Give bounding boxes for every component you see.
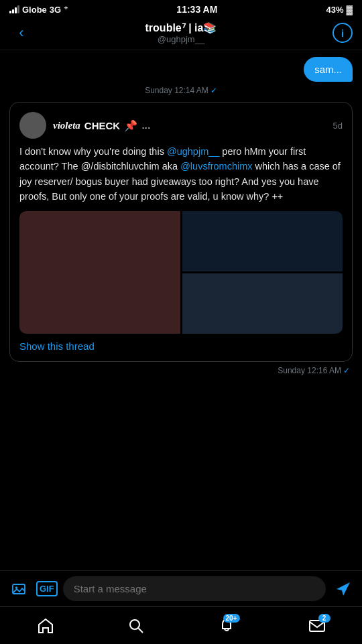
send-button[interactable] (331, 577, 355, 601)
sent-message-row: sam... (9, 57, 353, 82)
mail-badge: 2 (318, 614, 330, 623)
nav-home[interactable] (31, 611, 60, 641)
input-bar: GIF (0, 570, 362, 606)
svg-point-2 (130, 620, 139, 629)
search-icon (127, 617, 145, 635)
timestamp-2: Sunday 12:16 AM✓ (9, 366, 353, 375)
wifi-icon: ⁺ (64, 5, 68, 14)
tweet-images-grid (19, 211, 343, 334)
nav-search[interactable] (121, 611, 151, 641)
send-icon (335, 581, 351, 597)
notif-badge: 20+ (223, 614, 240, 623)
tweet-age: 5d (333, 121, 343, 131)
show-thread-link[interactable]: Show this thread (19, 340, 343, 352)
gif-label: GIF (40, 584, 54, 594)
status-time: 11:33 AM (176, 4, 217, 15)
chat-handle: @ughpjm__ (34, 34, 328, 44)
network-label: 3G (50, 5, 61, 15)
tweet-avatar (19, 112, 46, 139)
status-right: 43% ▓ (326, 5, 353, 15)
status-bar: Globe 3G ⁺ 11:33 AM 43% ▓ (0, 0, 362, 17)
chat-header: ‹ trouble⁷ | ia📚 @ughpjm__ i (0, 17, 362, 50)
tweet-embed-card: violeta CHECK 📌 ... 5d I don't know why … (9, 102, 353, 362)
tweet-image-1 (19, 211, 180, 334)
carrier-label: Globe (22, 5, 47, 15)
nav-messages[interactable]: 2 (302, 611, 332, 641)
signal-icon (9, 5, 19, 13)
back-button[interactable]: ‹ (9, 24, 34, 42)
mention-1: @ughpjm__ (167, 146, 219, 157)
gif-button[interactable]: GIF (36, 581, 58, 596)
bottom-nav: 20+ 2 (0, 606, 362, 644)
tweet-body: I don't know why you're doing this @ughp… (19, 144, 343, 204)
status-left: Globe 3G ⁺ (9, 5, 68, 15)
tweet-username: violeta (53, 120, 80, 131)
chat-area: sam... Sunday 12:14 AM✓ violeta CHECK 📌 … (0, 50, 362, 387)
header-info-area: i (328, 23, 353, 43)
info-button[interactable]: i (333, 23, 353, 43)
mention-2: @luvsfromchimx (180, 161, 252, 172)
tweet-image-2 (182, 211, 343, 271)
tweet-header: violeta CHECK 📌 ... 5d (19, 112, 343, 139)
image-icon (11, 582, 26, 596)
home-icon (37, 617, 54, 635)
message-input[interactable] (63, 576, 326, 601)
tweet-user-info: violeta CHECK 📌 ... (53, 119, 326, 132)
header-title-area: trouble⁷ | ia📚 @ughpjm__ (34, 21, 328, 44)
image-button[interactable] (7, 577, 31, 601)
battery-label: 43% (326, 5, 343, 15)
sent-bubble: sam... (304, 57, 353, 82)
timestamp-1: Sunday 12:14 AM✓ (9, 86, 353, 95)
chat-username: trouble⁷ | ia📚 (34, 21, 328, 34)
tweet-check-label: CHECK (84, 120, 120, 131)
nav-notifications[interactable]: 20+ (212, 611, 241, 641)
svg-line-3 (138, 628, 143, 633)
tweet-image-3 (182, 273, 343, 334)
tweet-pin-icon: 📌 (124, 119, 137, 132)
tweet-ellipsis: ... (141, 119, 150, 131)
battery-icon: ▓ (347, 5, 353, 15)
